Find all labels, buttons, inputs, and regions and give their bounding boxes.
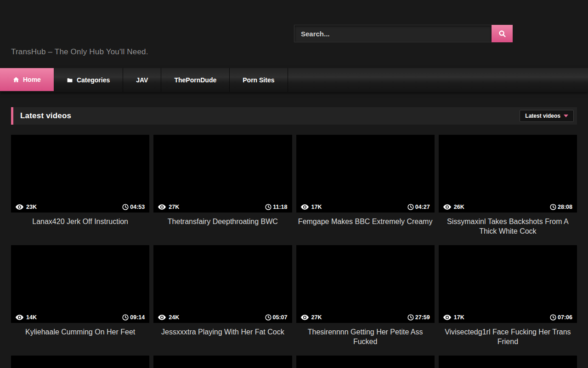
video-meta: 14K 09:14 bbox=[11, 314, 149, 321]
video-meta: 17K 07:06 bbox=[439, 314, 577, 321]
site-tagline: TransHub – The Only Hub You'll Need. bbox=[11, 47, 148, 57]
video-duration-group: 09:14 bbox=[122, 314, 145, 321]
section-header: Latest videos Latest videos bbox=[11, 107, 577, 125]
search-icon bbox=[498, 30, 506, 38]
duration-clock-icon bbox=[407, 314, 414, 321]
video-grid: 23K 04:53 Lanax420 Jerk Off Instruction bbox=[11, 135, 577, 368]
video-card[interactable]: 14K 09:14 Kyliehaale Cumming On Her Feet bbox=[11, 245, 149, 356]
video-meta: 24K 05:07 bbox=[153, 314, 292, 321]
nav-item-categories[interactable]: Categories bbox=[54, 68, 123, 92]
video-thumbnail: 14K 09:14 bbox=[11, 245, 149, 323]
video-thumbnail: 17K 04:27 bbox=[296, 135, 435, 213]
video-card[interactable]: 27K 27:59 Thesirennnn Getting Her Petite… bbox=[296, 245, 435, 356]
nav-item-jav[interactable]: JAV bbox=[123, 68, 161, 92]
video-thumbnail bbox=[296, 356, 435, 368]
video-title: Femgape Makes BBC Extremely Creamy bbox=[296, 213, 435, 226]
search-form bbox=[294, 25, 513, 42]
search-button[interactable] bbox=[492, 25, 513, 42]
nav-item-label: Home bbox=[23, 76, 41, 83]
duration-clock-icon bbox=[550, 204, 556, 210]
video-card[interactable]: 17K 04:27 Femgape Makes BBC Extremely Cr… bbox=[296, 135, 435, 245]
video-views-group: 24K bbox=[158, 314, 179, 321]
video-views: 26K bbox=[454, 204, 464, 210]
video-card[interactable]: 17K 07:06 Vivisectedg1rl Face Fucking He… bbox=[439, 245, 577, 356]
video-title: Thetransfairy Deepthroating BWC bbox=[153, 213, 292, 226]
nav-item-porn-sites[interactable]: Porn Sites bbox=[230, 68, 288, 92]
video-card-partial[interactable] bbox=[153, 356, 292, 368]
video-duration-group: 04:27 bbox=[407, 204, 430, 210]
nav-item-home[interactable]: Home bbox=[0, 68, 54, 91]
video-views: 17K bbox=[454, 314, 464, 321]
video-duration: 05:07 bbox=[273, 314, 288, 321]
video-meta: 26K 28:08 bbox=[439, 204, 577, 210]
duration-clock-icon bbox=[407, 204, 414, 210]
video-duration-group: 04:53 bbox=[122, 204, 145, 210]
views-eye-icon bbox=[443, 204, 451, 210]
home-icon bbox=[13, 76, 19, 83]
section-title: Latest videos bbox=[13, 111, 520, 121]
video-views-group: 23K bbox=[16, 204, 37, 210]
video-views: 14K bbox=[26, 314, 37, 321]
search-input[interactable] bbox=[294, 25, 492, 42]
video-card-partial[interactable] bbox=[296, 356, 435, 368]
video-thumbnail bbox=[439, 356, 577, 368]
video-duration: 28:08 bbox=[558, 204, 572, 210]
video-thumbnail: 27K 27:59 bbox=[296, 245, 435, 323]
duration-clock-icon bbox=[122, 204, 129, 210]
video-views-group: 14K bbox=[16, 314, 37, 321]
video-duration-group: 28:08 bbox=[550, 204, 572, 210]
video-meta: 23K 04:53 bbox=[11, 204, 149, 210]
video-title: Kyliehaale Cumming On Her Feet bbox=[11, 323, 149, 337]
video-views: 27K bbox=[169, 204, 179, 210]
folder-icon bbox=[67, 77, 73, 83]
video-card[interactable]: 23K 04:53 Lanax420 Jerk Off Instruction bbox=[11, 135, 149, 245]
nav-item-label: Categories bbox=[77, 76, 110, 84]
video-thumbnail bbox=[11, 356, 149, 368]
video-views-group: 17K bbox=[443, 314, 464, 321]
video-duration: 09:14 bbox=[130, 314, 145, 321]
video-card-partial[interactable] bbox=[439, 356, 577, 368]
video-views-group: 26K bbox=[443, 204, 464, 210]
video-views-group: 27K bbox=[301, 314, 322, 321]
sort-dropdown-label: Latest videos bbox=[525, 113, 560, 119]
video-duration: 04:27 bbox=[415, 204, 430, 210]
video-thumbnail: 23K 04:53 bbox=[11, 135, 149, 213]
video-title: Lanax420 Jerk Off Instruction bbox=[11, 213, 149, 226]
duration-clock-icon bbox=[550, 314, 556, 321]
nav-item-label: Porn Sites bbox=[243, 76, 274, 84]
video-meta: 17K 04:27 bbox=[296, 204, 435, 210]
video-views: 24K bbox=[169, 314, 179, 321]
duration-clock-icon bbox=[265, 314, 271, 321]
video-title: Thesirennnn Getting Her Petite Ass Fucke… bbox=[296, 323, 435, 346]
views-eye-icon bbox=[301, 315, 309, 320]
site-header: TransHub – The Only Hub You'll Need. bbox=[0, 0, 588, 68]
main-nav: Home Categories JAV ThePornDude Porn Sit… bbox=[0, 68, 588, 92]
video-meta: 27K 27:59 bbox=[296, 314, 435, 321]
video-views: 17K bbox=[311, 204, 322, 210]
video-duration: 11:18 bbox=[273, 204, 287, 210]
video-duration-group: 05:07 bbox=[265, 314, 288, 321]
video-card[interactable]: 24K 05:07 Jessxxxtra Playing With Her Fa… bbox=[153, 245, 292, 356]
video-duration: 07:06 bbox=[558, 314, 572, 321]
video-duration: 27:59 bbox=[415, 314, 430, 321]
nav-item-theporndude[interactable]: ThePornDude bbox=[161, 68, 230, 92]
sort-dropdown-button[interactable]: Latest videos bbox=[520, 110, 574, 122]
video-card[interactable]: 26K 28:08 Sissymaxinl Takes Backshots Fr… bbox=[439, 135, 577, 245]
views-eye-icon bbox=[16, 315, 23, 320]
video-duration-group: 27:59 bbox=[407, 314, 430, 321]
video-title: Vivisectedg1rl Face Fucking Her Trans Fr… bbox=[439, 323, 577, 346]
views-eye-icon bbox=[158, 204, 166, 210]
video-card-partial[interactable] bbox=[11, 356, 149, 368]
video-duration-group: 11:18 bbox=[265, 204, 287, 210]
video-duration: 04:53 bbox=[130, 204, 145, 210]
page: TransHub – The Only Hub You'll Need. Hom… bbox=[0, 0, 588, 368]
nav-item-label: ThePornDude bbox=[174, 76, 216, 84]
video-thumbnail bbox=[153, 356, 292, 368]
video-title: Jessxxxtra Playing With Her Fat Cock bbox=[153, 323, 292, 337]
video-views-group: 27K bbox=[158, 204, 179, 210]
nav-item-label: JAV bbox=[136, 76, 148, 84]
duration-clock-icon bbox=[122, 314, 129, 321]
video-meta: 27K 11:18 bbox=[153, 204, 292, 210]
video-card[interactable]: 27K 11:18 Thetransfairy Deepthroating BW… bbox=[153, 135, 292, 245]
caret-down-icon bbox=[564, 115, 568, 117]
